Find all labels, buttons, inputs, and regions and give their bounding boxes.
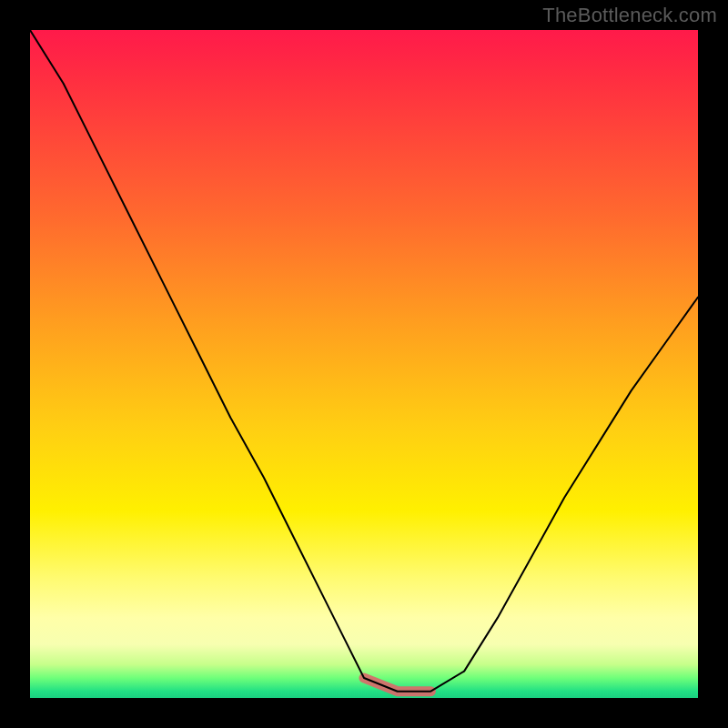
chart-overlay <box>30 30 698 698</box>
plot-area <box>30 30 698 698</box>
bottleneck-curve <box>30 30 698 692</box>
chart-frame: TheBottleneck.com <box>0 0 728 728</box>
watermark-text: TheBottleneck.com <box>542 4 717 27</box>
valley-highlight <box>364 678 430 692</box>
